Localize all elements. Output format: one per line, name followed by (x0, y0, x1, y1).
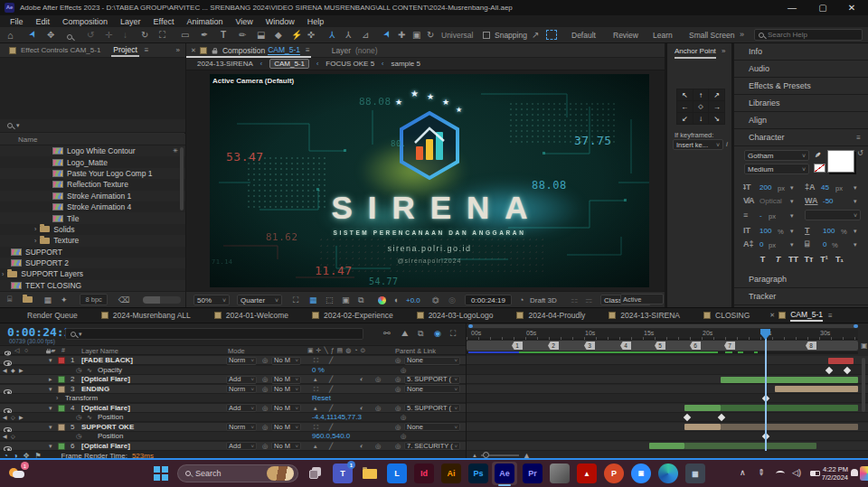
keyframe-icon[interactable] (826, 366, 833, 373)
panel-libraries[interactable]: Libraries (734, 95, 868, 112)
tab-cam5-active[interactable]: CAM_5-1 (790, 310, 823, 322)
panel-overflow-icon[interactable]: » (722, 47, 725, 55)
project-item[interactable]: Stroke Animation 4 (0, 201, 185, 212)
notification-bell-icon[interactable] (851, 469, 858, 476)
mask-visibility-icon[interactable]: ⬚ (326, 295, 334, 304)
tab-logologo[interactable]: 2024-03-LogoLogo (429, 311, 494, 320)
dropdown-caret-icon[interactable]: ▾ (854, 184, 857, 192)
project-folder[interactable]: ›Solids (0, 224, 185, 235)
project-item[interactable]: Logo White Contour✳ (0, 145, 185, 156)
baseline-shift-value[interactable]: 0 (760, 240, 763, 248)
parent-dropdown[interactable]: None˅ (404, 357, 460, 365)
powerpoint-button[interactable]: P (604, 464, 624, 483)
crumb-current[interactable]: CAM_5-1 (269, 59, 309, 69)
property-row-position[interactable]: ◀◇▶ ◷ ∿ Position -4.4,11145,77.3 ◎ (0, 413, 466, 422)
info-icon[interactable]: i (726, 140, 728, 148)
marker-bin-icon[interactable]: ▣ (861, 342, 868, 350)
crumb-sample[interactable]: sample 5 (391, 60, 420, 68)
shape-tool-icon[interactable]: ▭ (181, 30, 189, 40)
parent-pickwhip-icon[interactable]: ◎ (395, 375, 401, 384)
panel-menu-icon[interactable]: ≡ (306, 46, 310, 54)
timeline-search-input[interactable] (85, 330, 338, 338)
font-style-dropdown[interactable]: Medium˅ (744, 164, 809, 174)
prev-keyframe-icon[interactable]: ◀ (3, 432, 7, 441)
anchor-right-button[interactable]: → (709, 101, 724, 112)
tab-experience[interactable]: 2024-02-Experience (324, 311, 393, 320)
parent-pickwhip-icon[interactable]: ◎ (395, 423, 401, 432)
eraser-tool-icon[interactable]: ◆ (275, 30, 282, 40)
exposure-icon[interactable]: ◐ (394, 295, 399, 304)
track-row[interactable] (467, 356, 868, 365)
expand-caret-icon[interactable]: › (34, 226, 36, 232)
tray-clock[interactable]: 4:22 PM 7/2/2024 (821, 465, 848, 482)
comp-canvas[interactable]: ★ ★ ★ ★ ★ 53.47 88.08 37.75 88.08 80. 81… (210, 74, 649, 287)
expand-caret-icon[interactable]: ▾ (49, 356, 52, 365)
parent-dropdown[interactable]: 7. SECURITY (˅ (404, 442, 460, 450)
tray-volume-icon[interactable]: ◁) (792, 468, 801, 477)
viewer-timecode[interactable]: 0:00:24:19 (465, 295, 512, 305)
mode-column-label[interactable]: Mode (228, 347, 245, 355)
timeline-search-box[interactable]: ▾ (65, 328, 363, 340)
add-keyframe-icon[interactable]: ◇ (11, 432, 15, 441)
parent-dropdown[interactable]: 5. SUPPORT (˅ (404, 404, 460, 412)
universal-label[interactable]: Universal (441, 31, 473, 40)
hand-tool-icon[interactable]: ✥ (47, 30, 54, 40)
mode-dropdown[interactable]: Add˅ (226, 376, 257, 384)
add-keyframe-icon[interactable]: ◆ (11, 366, 15, 375)
expand-caret-icon[interactable]: ▾ (49, 385, 52, 394)
font-size-value[interactable]: 200 (760, 183, 771, 192)
track-row[interactable] (467, 442, 868, 451)
show-snapshot-icon[interactable]: ◎ (448, 295, 456, 304)
project-item[interactable]: TEXT CLOSING (0, 280, 185, 291)
edge-button[interactable] (658, 464, 678, 483)
dropdown-caret-icon[interactable]: ▾ (790, 198, 794, 205)
comp-marker[interactable]: 8 (806, 342, 816, 350)
track-row[interactable] (467, 432, 868, 441)
project-folder[interactable]: ›Texture (0, 235, 185, 246)
crumb-focus[interactable]: FOCUS OKE 5 (326, 60, 374, 68)
mode-dropdown[interactable]: Norm˅ (226, 423, 257, 431)
property-value[interactable]: Reset (312, 394, 331, 403)
puppet-tool-icon[interactable]: ✜ (307, 30, 315, 40)
time-navigator[interactable] (468, 324, 858, 328)
composition-tab-name[interactable]: CAM_5-1 (268, 45, 300, 55)
track-matte-dropdown[interactable]: No M˅ (271, 423, 301, 431)
dropdown-caret-icon[interactable]: ▾ (854, 241, 857, 248)
exposure-value[interactable]: +0.0 (406, 296, 420, 304)
stroke-color-swatch[interactable] (814, 164, 826, 173)
track-matte-dropdown[interactable]: No M˅ (271, 404, 301, 412)
premiere-button[interactable]: Pr (523, 464, 542, 483)
anchor-up-button[interactable]: ↑ (693, 89, 709, 100)
view-axis-mode-icon[interactable]: ⊿ (362, 30, 369, 40)
workspace-default[interactable]: Default (571, 31, 596, 40)
anchor-up-left-button[interactable]: ↖ (677, 89, 693, 100)
channel-icon[interactable] (378, 296, 386, 304)
faux-italic-icon[interactable]: T (771, 255, 785, 264)
bit-depth-label[interactable]: 8 bpc (80, 294, 107, 305)
panel-paragraph[interactable]: Paragraph (734, 271, 868, 288)
rotation-tool-icon[interactable]: ↻ (141, 30, 148, 40)
dropdown-caret-icon[interactable]: ▾ (790, 241, 794, 248)
vertical-scale-value[interactable]: 100 (760, 227, 771, 235)
acrobat-button[interactable]: ▲ (577, 464, 597, 483)
composition-tab-label[interactable]: Composition (222, 46, 265, 55)
track-row[interactable] (467, 385, 868, 394)
frame-blend-icon[interactable]: ⧉ (418, 329, 423, 339)
tray-chevron-icon[interactable]: ∧ (740, 468, 746, 477)
comp-marker[interactable]: 6 (690, 342, 701, 350)
tab-sirena[interactable]: 2024-13-SIRENA (620, 311, 680, 320)
anchor-panel-title[interactable]: Anchor Point (675, 47, 716, 59)
project-folder[interactable]: ›SUPPORT Layers (0, 268, 185, 279)
property-row-transform[interactable]: › Transform Reset (0, 394, 466, 403)
kerning-value[interactable]: Optical (760, 197, 782, 205)
stopwatch-icon[interactable]: ◷ (76, 432, 81, 441)
project-search-input[interactable] (24, 122, 159, 130)
project-search-row[interactable]: ▾ (0, 119, 185, 133)
tab-welcome[interactable]: 2024-01-Welcome (226, 311, 288, 320)
region-of-interest-icon[interactable]: ▣ (342, 295, 350, 304)
expand-caret-icon[interactable]: › (34, 238, 36, 244)
search-help-input[interactable] (768, 31, 854, 39)
lock-icon[interactable] (212, 50, 218, 53)
track-matte-dropdown[interactable]: No M˅ (271, 357, 301, 365)
active-camera-dd[interactable]: Active Camer... (620, 294, 664, 304)
